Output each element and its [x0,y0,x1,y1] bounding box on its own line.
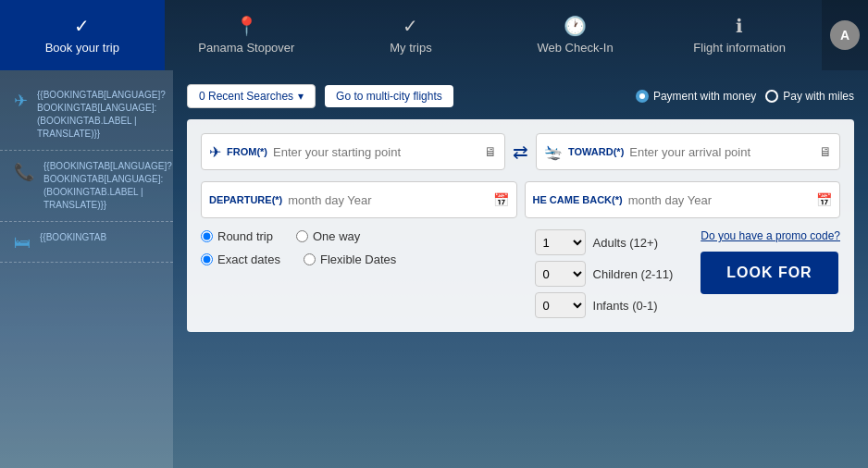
departure-date-input[interactable] [288,193,487,207]
sidebar-item-phone-label: {{BOOKINGTAB[LANGUAGE]? BOOKINGTAB[LANGU… [43,160,172,212]
departure-plane-icon: ✈ [209,143,221,161]
search-button[interactable]: LOOK FOR [701,252,837,294]
trip-options-block: Round trip One way Exact dates Flexible … [201,229,396,266]
from-to-row: ✈ FROM(*) 🖥 ⇄ 🛬 TOWARD(*) 🖥 [201,133,840,170]
nav-my-trips-label: My trips [390,41,432,55]
date-flexibility-options: Exact dates Flexible Dates [201,252,396,266]
payment-money-radio [636,90,649,103]
children-select[interactable]: 01234 [535,261,586,287]
from-label: FROM(*) [227,146,267,157]
to-field-group: 🛬 TOWARD(*) 🖥 [536,133,840,170]
infants-row: 01234 Infants (0-1) [535,292,674,318]
search-top-bar: 0 Recent Searches ▾ Go to multi-city fli… [187,84,854,108]
booking-form: ✈ FROM(*) 🖥 ⇄ 🛬 TOWARD(*) 🖥 DEPARTURE(*)… [187,119,854,332]
children-row: 01234 Children (2-11) [535,261,674,287]
flexible-dates-option[interactable]: Flexible Dates [304,252,396,266]
arrival-plane-icon: 🛬 [544,143,563,161]
phone-icon: 📞 [14,162,34,182]
passengers-promo-block: 10234 Adults (12+) 01234 Children (2-11) [535,229,840,318]
top-navigation: ✓ Book your trip 📍 Panama Stopover ✓ My … [0,0,868,70]
dropdown-arrow-icon: ▾ [298,90,304,103]
passengers-and-button: 10234 Adults (12+) 01234 Children (2-11) [535,229,840,318]
nav-my-trips[interactable]: ✓ My trips [329,0,493,70]
multi-city-label: Go to multi-city flights [336,90,442,103]
nav-panama-stopover[interactable]: 📍 Panama Stopover [165,0,329,70]
return-date-group: HE CAME BACK(*) 📅 [525,181,841,218]
nav-flight-info[interactable]: ℹ Flight information [657,0,822,70]
infants-label: Infants (0-1) [593,299,658,313]
sidebar-item-flight[interactable]: ✈ {{BOOKINGTAB[LANGUAGE]? BOOKINGTAB[LAN… [0,80,173,151]
nav-book-trip[interactable]: ✓ Book your trip [0,0,165,70]
checkmark-icon: ✓ [74,15,90,37]
from-field-group: ✈ FROM(*) 🖥 [201,133,505,170]
sidebar: ✈ {{BOOKINGTAB[LANGUAGE]? BOOKINGTAB[LAN… [0,70,173,468]
promo-code-link[interactable]: Do you have a promo code? [701,229,840,242]
payment-miles-radio [765,90,778,103]
nav-web-checkin[interactable]: 🕐 Web Check-In [493,0,658,70]
from-screen-icon: 🖥 [484,144,497,159]
passengers-block: 10234 Adults (12+) 01234 Children (2-11) [535,229,674,318]
sidebar-item-flight-label: {{BOOKINGTAB[LANGUAGE]? BOOKINGTAB[LANGU… [37,89,166,141]
infants-select[interactable]: 01234 [535,292,586,318]
children-label: Children (2-11) [593,267,674,281]
info-icon: ℹ [736,15,743,37]
flight-icon: ✈ [14,91,28,111]
promo-button-block: Do you have a promo code? LOOK FOR [701,229,840,294]
exact-dates-option[interactable]: Exact dates [201,252,280,266]
recent-searches-label: 0 Recent Searches [199,90,293,103]
flexible-dates-label: Flexible Dates [320,252,396,266]
sidebar-item-hotel[interactable]: 🛏 {{BOOKINGTAB [0,222,173,263]
to-label: TOWARD(*) [568,146,624,157]
clock-icon: 🕐 [564,15,587,37]
main-content: 0 Recent Searches ▾ Go to multi-city fli… [173,70,868,468]
adults-select[interactable]: 10234 [535,229,586,255]
exact-dates-radio[interactable] [201,253,213,265]
exact-dates-label: Exact dates [217,252,280,266]
location-icon: 📍 [235,15,258,37]
round-trip-option[interactable]: Round trip [201,229,273,243]
adults-row: 10234 Adults (12+) [535,229,674,255]
payment-miles-label: Pay with miles [783,90,854,103]
payment-money-option[interactable]: Payment with money [636,90,756,103]
adults-label: Adults (12+) [593,236,658,250]
departure-date-group: DEPARTURE(*) 📅 [201,181,517,218]
departure-label: DEPARTURE(*) [209,194,282,205]
payment-miles-option[interactable]: Pay with miles [765,90,854,103]
round-trip-label: Round trip [217,229,273,243]
to-input[interactable] [629,145,813,159]
trip-type-options: Round trip One way [201,229,396,243]
one-way-radio[interactable] [296,230,308,242]
trips-icon: ✓ [403,15,418,37]
return-date-input[interactable] [628,193,811,207]
from-input[interactable] [273,145,478,159]
return-calendar-icon[interactable]: 📅 [816,192,832,207]
hotel-icon: 🛏 [14,233,31,252]
recent-searches-button[interactable]: 0 Recent Searches ▾ [187,84,316,108]
swap-icon[interactable]: ⇄ [513,141,528,163]
user-avatar-container[interactable]: A [822,0,868,70]
dates-row: DEPARTURE(*) 📅 HE CAME BACK(*) 📅 [201,181,840,218]
nav-panama-label: Panama Stopover [198,41,294,55]
sidebar-item-hotel-label: {{BOOKINGTAB [40,231,106,244]
departure-calendar-icon[interactable]: 📅 [493,192,509,207]
sidebar-item-phone[interactable]: 📞 {{BOOKINGTAB[LANGUAGE]? BOOKINGTAB[LAN… [0,151,173,222]
one-way-option[interactable]: One way [296,229,360,243]
return-label: HE CAME BACK(*) [533,194,623,205]
multi-city-link[interactable]: Go to multi-city flights [325,85,453,107]
nav-book-trip-label: Book your trip [45,41,119,55]
bottom-options-row: Round trip One way Exact dates Flexible … [201,229,840,318]
payment-money-label: Payment with money [653,90,756,103]
nav-flight-info-label: Flight information [693,41,786,55]
flexible-dates-radio[interactable] [304,253,316,265]
avatar: A [830,20,860,50]
one-way-label: One way [313,229,360,243]
round-trip-radio[interactable] [201,230,213,242]
nav-checkin-label: Web Check-In [538,41,614,55]
to-screen-icon: 🖥 [819,144,832,159]
